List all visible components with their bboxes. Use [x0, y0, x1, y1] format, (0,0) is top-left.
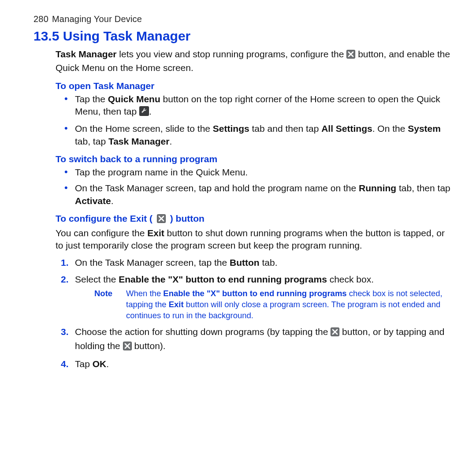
intro-paragraph: Task Manager lets you view and stop runn… [56, 48, 450, 74]
chapter-title: Managing Your Device [52, 14, 142, 24]
list-item: On the Home screen, slide to the Setting… [56, 123, 450, 148]
page-number: 280 [33, 14, 48, 24]
list-item: Tap OK. [56, 358, 450, 370]
close-icon [123, 341, 132, 353]
subheading-configure-exit: To configure the Exit ( ) button [56, 213, 450, 225]
close-icon [331, 327, 339, 339]
section-body: Task Manager lets you view and stop runn… [56, 48, 450, 370]
note-block: Note When the Enable the "X" button to e… [94, 288, 450, 321]
numbered-list: On the Task Manager screen, tap the Butt… [56, 257, 450, 371]
list-item: Select the Enable the "X" button to end … [56, 273, 450, 321]
list-item: Choose the action for shutting down prog… [56, 326, 450, 353]
list-item: Tap the program name in the Quick Menu. [56, 166, 450, 178]
manual-page: 280Managing Your Device 13.5 Using Task … [0, 0, 476, 392]
note-label: Note [94, 288, 126, 321]
bullet-list: Tap the Quick Menu button on the top rig… [56, 93, 450, 148]
bullet-list: Tap the program name in the Quick Menu. … [56, 166, 450, 207]
subheading-open-task-manager: To open Task Manager [56, 81, 450, 91]
list-item: Tap the Quick Menu button on the top rig… [56, 93, 450, 119]
list-item: On the Task Manager screen, tap and hold… [56, 182, 450, 207]
running-header: 280Managing Your Device [33, 14, 450, 24]
close-icon [157, 214, 166, 225]
paragraph: You can configure the Exit button to shu… [56, 227, 450, 252]
list-item: On the Task Manager screen, tap the Butt… [56, 257, 450, 269]
wrench-icon [139, 106, 149, 119]
close-icon [346, 49, 355, 62]
subheading-switch-back: To switch back to a running program [56, 154, 450, 164]
section-heading: 13.5 Using Task Manager [33, 29, 450, 44]
note-text: When the Enable the "X" button to end ru… [126, 288, 450, 321]
